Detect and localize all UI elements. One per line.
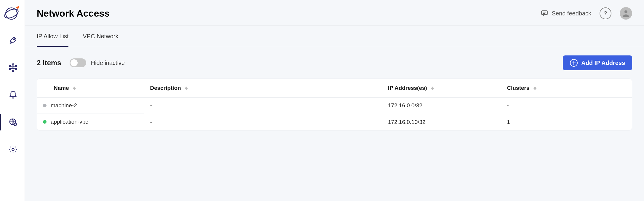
svg-point-1 [4, 7, 20, 20]
column-header-description[interactable]: Description [144, 79, 382, 98]
controls-row: 2 Items Hide inactive Add IP Address [25, 47, 644, 79]
row-name: machine-2 [51, 102, 77, 109]
topbar: Network Access Send feedback ? [25, 0, 644, 26]
avatar-icon [621, 9, 630, 18]
tabs: IP Allow List VPC Network [25, 26, 644, 47]
row-clusters: - [501, 98, 632, 114]
svg-point-6 [15, 68, 17, 70]
app-logo[interactable] [4, 5, 21, 21]
user-avatar[interactable] [620, 7, 632, 20]
row-ip: 172.16.0.0/32 [382, 98, 501, 114]
column-header-name[interactable]: Name [37, 79, 144, 98]
sort-icon [185, 87, 188, 90]
status-indicator-active [43, 120, 47, 124]
sidebar-item-notifications[interactable] [0, 87, 25, 103]
add-ip-address-button[interactable]: Add IP Address [563, 55, 632, 70]
page-title: Network Access [37, 8, 110, 19]
ip-table: Name Description [37, 79, 632, 130]
main-content: Network Access Send feedback ? IP Allow … [25, 0, 644, 201]
svg-point-4 [12, 64, 14, 65]
sort-icon [73, 87, 76, 90]
svg-rect-13 [542, 11, 547, 15]
toggle-switch [70, 58, 86, 67]
sort-icon [534, 87, 536, 90]
sidebar-item-settings[interactable] [0, 141, 25, 158]
svg-point-8 [9, 68, 11, 70]
feedback-label: Send feedback [552, 10, 591, 17]
table-row[interactable]: application-vpc - 172.16.0.10/32 1 [37, 114, 632, 130]
row-name: application-vpc [51, 119, 88, 125]
plus-icon [570, 59, 578, 67]
send-feedback-button[interactable]: Send feedback [541, 9, 591, 17]
add-button-label: Add IP Address [581, 60, 625, 66]
svg-point-2 [13, 39, 15, 40]
tab-ip-allow-list[interactable]: IP Allow List [37, 26, 68, 47]
svg-point-7 [12, 70, 14, 71]
feedback-icon [541, 9, 548, 17]
hide-inactive-toggle[interactable]: Hide inactive [70, 58, 125, 67]
column-header-ip[interactable]: IP Address(es) [382, 79, 501, 98]
question-icon: ? [604, 10, 607, 17]
sidebar-item-network[interactable] [0, 59, 25, 76]
status-indicator-inactive [43, 104, 47, 107]
column-header-clusters[interactable]: Clusters [501, 79, 632, 98]
item-count: 2 Items [37, 59, 61, 67]
row-clusters: 1 [501, 114, 632, 130]
svg-point-14 [624, 10, 627, 13]
topbar-actions: Send feedback ? [541, 7, 632, 20]
sidebar-item-globe-settings[interactable] [0, 114, 25, 130]
row-ip: 172.16.0.10/32 [382, 114, 501, 130]
svg-point-5 [15, 66, 17, 67]
toggle-label: Hide inactive [91, 60, 125, 66]
table-row[interactable]: machine-2 - 172.16.0.0/32 - [37, 98, 632, 114]
sidebar [0, 0, 25, 201]
row-description: - [144, 98, 382, 114]
sort-icon [431, 87, 434, 90]
svg-point-12 [12, 148, 14, 151]
tab-vpc-network[interactable]: VPC Network [83, 26, 118, 47]
svg-point-9 [9, 66, 11, 67]
help-button[interactable]: ? [600, 7, 611, 19]
sidebar-item-rocket[interactable] [0, 32, 25, 49]
row-description: - [144, 114, 382, 130]
